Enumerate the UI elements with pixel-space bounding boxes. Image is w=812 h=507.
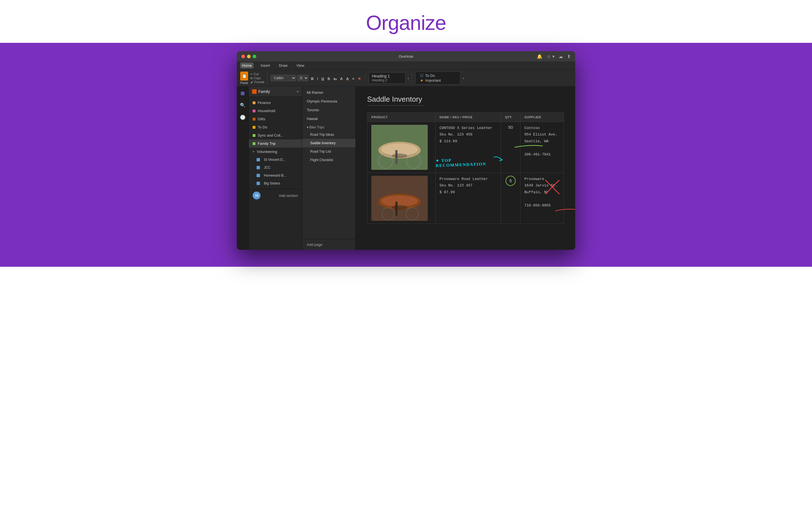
page-label-mtrainier: Mt Rainier: [307, 91, 323, 95]
cut-button[interactable]: ✂ Cut: [250, 72, 264, 76]
supplier-addr1-1: 954 Elliot Ave.: [524, 132, 557, 136]
menubar: Home Insert Draw View: [237, 61, 575, 70]
heading1-style[interactable]: Heading 1: [372, 74, 402, 78]
notification-icon[interactable]: 🔔: [537, 54, 543, 59]
important-tag[interactable]: ★ Important: [420, 78, 456, 82]
add-section-link[interactable]: Add section: [279, 193, 298, 198]
page-item-toronto[interactable]: Toronto: [302, 106, 356, 114]
saddle-svg-1: [371, 125, 428, 170]
tags-expand-icon[interactable]: ›: [463, 76, 464, 80]
notebooks-icon[interactable]: ▦: [239, 89, 246, 97]
todo-tag-label: To Do: [425, 73, 435, 78]
maximize-button[interactable]: [253, 55, 256, 58]
pages-list: Mt Rainier Olympic Peninsula Toronto Haw…: [302, 87, 356, 239]
size-select[interactable]: 20: [297, 75, 308, 81]
app-title: OneNote: [399, 54, 413, 59]
product-info-2: Proseware Road Leather Sku No. 123 457 $…: [440, 176, 497, 195]
page-item-saddleinventory[interactable]: Saddle Inventory: [302, 139, 356, 147]
section-item-familytrip[interactable]: Family Trip: [249, 139, 302, 148]
section-item-volunteering[interactable]: ▾ Volunteering: [249, 148, 302, 156]
underline-button[interactable]: U: [320, 76, 325, 81]
highlight-button[interactable]: A: [339, 76, 344, 81]
saddle-svg-2: [371, 176, 428, 221]
page-item-hawaii[interactable]: Hawaii: [302, 114, 356, 123]
strikethrough-button[interactable]: S: [326, 76, 331, 81]
expand-icon: ▾: [253, 150, 254, 153]
section-label-volunteering: Volunteering: [257, 150, 277, 154]
add-page-link[interactable]: Add page: [307, 242, 322, 247]
menu-insert[interactable]: Insert: [259, 62, 272, 68]
supplier-info-1: Contoso 954 Elliot Ave. Seattle, WA 206-…: [524, 125, 560, 158]
supplier-phone-2: 716-856-8055: [524, 203, 551, 208]
menu-draw[interactable]: Draw: [277, 62, 289, 68]
page-item-olympic[interactable]: Olympic Peninsula: [302, 97, 356, 106]
font-select[interactable]: Calibri: [271, 75, 296, 81]
history-icon[interactable]: 🕐: [239, 114, 247, 121]
section-item-todo[interactable]: To Do: [249, 123, 302, 131]
search-icon[interactable]: 🔍: [239, 101, 247, 109]
subscript-button[interactable]: x₂: [332, 76, 338, 81]
account-icon[interactable]: ☺ ▾: [546, 54, 555, 59]
align-button[interactable]: ≡: [351, 76, 356, 81]
page-item-roadtripideas[interactable]: Road Trip Ideas: [302, 130, 356, 139]
copy-button[interactable]: ⧉ Copy: [250, 76, 264, 80]
section-sub-bigsisters[interactable]: Big Sisters: [249, 179, 302, 187]
section-item-finance[interactable]: Finance: [249, 99, 302, 107]
menu-view[interactable]: View: [295, 62, 306, 68]
col-qty: QTY: [501, 113, 520, 122]
font-color-button[interactable]: A: [345, 76, 350, 81]
cloud-icon[interactable]: ☁: [559, 54, 563, 59]
clear-format-button[interactable]: ✕: [356, 76, 362, 81]
product-name-1: CONTOSO X Series Leather: [440, 126, 492, 130]
notebook-header[interactable]: Family ▾: [249, 87, 302, 97]
section-item-household[interactable]: Household: [249, 107, 302, 115]
page-item-mtrainier[interactable]: Mt Rainier: [302, 88, 356, 97]
col-product: PRODUCT: [367, 113, 436, 122]
main-layout: ▦ 🔍 🕐 Family ▾ Finance: [237, 87, 575, 250]
sub-label-homeward: Homeward B...: [264, 173, 286, 177]
notebook-chevron-icon: ▾: [297, 90, 299, 94]
red-x-annotation: [544, 179, 561, 195]
format-button[interactable]: 🖌 Format: [250, 80, 264, 83]
page-label-hawaii: Hawaii: [307, 117, 318, 121]
page-label-saddleinventory: Saddle Inventory: [310, 141, 336, 145]
share-icon[interactable]: ⬆: [567, 54, 571, 59]
todo-tag[interactable]: ☑ To Do: [420, 73, 456, 78]
tags-panel: ☑ To Do ★ Important: [415, 71, 460, 84]
close-button[interactable]: [241, 55, 245, 58]
menu-home[interactable]: Home: [240, 62, 253, 68]
section-sub-jcc[interactable]: JCC: [249, 164, 302, 172]
heading2-style[interactable]: Heading 2: [372, 78, 402, 82]
section-sub-homeward[interactable]: Homeward B...: [249, 172, 302, 179]
page-label-roadtripideas: Road Trip Ideas: [310, 133, 334, 136]
section-label-todo: To Do: [258, 125, 267, 129]
pages-panel: Mt Rainier Olympic Peninsula Toronto Haw…: [302, 87, 356, 250]
green-line-annotation: [515, 145, 543, 150]
supplier-cell-2: Proseware 1649 Jarvis St. Buffalo, NY 71…: [520, 173, 564, 224]
section-sub-stvincent[interactable]: St Vincent D...: [249, 156, 302, 164]
styles-section: Heading 1 Heading 2 ›: [369, 72, 412, 83]
supplier-phone-1: 206-491-7041: [524, 152, 551, 157]
section-label-household: Household: [258, 109, 275, 113]
page-header: Organize: [0, 0, 812, 43]
page-group-biketrips: ▾ Bike Trips: [302, 123, 356, 130]
section-item-gifts[interactable]: Gifts: [249, 115, 302, 123]
product-image-2: [371, 176, 428, 221]
product-sku-2: Sku No. 123 457: [440, 183, 472, 187]
styles-expand-icon[interactable]: ›: [408, 76, 409, 80]
toolbar: 📋 Paste ✂ Cut ⧉ Copy 🖌 Format Calibri 20…: [237, 70, 575, 87]
page-item-roadtriplist[interactable]: Road Trip List: [302, 147, 356, 156]
notebook-panel: Family ▾ Finance Household Gifts: [249, 87, 302, 250]
svg-point-4: [392, 154, 407, 158]
italic-button[interactable]: I: [315, 76, 319, 81]
paste-label[interactable]: Paste: [240, 81, 248, 84]
page-item-flightchecklist[interactable]: Flight Checklist: [302, 156, 356, 164]
page-label-roadtriplist: Road Trip List: [310, 150, 331, 154]
section-item-sync[interactable]: Sync and Coll...: [249, 131, 302, 139]
expand-group-icon: ▾: [307, 125, 309, 129]
minimize-button[interactable]: [247, 55, 251, 58]
svg-point-11: [392, 205, 407, 210]
section-label-gifts: Gifts: [258, 117, 265, 121]
bold-button[interactable]: B: [310, 76, 315, 81]
tags-section: ☑ To Do ★ Important ›: [415, 71, 467, 84]
